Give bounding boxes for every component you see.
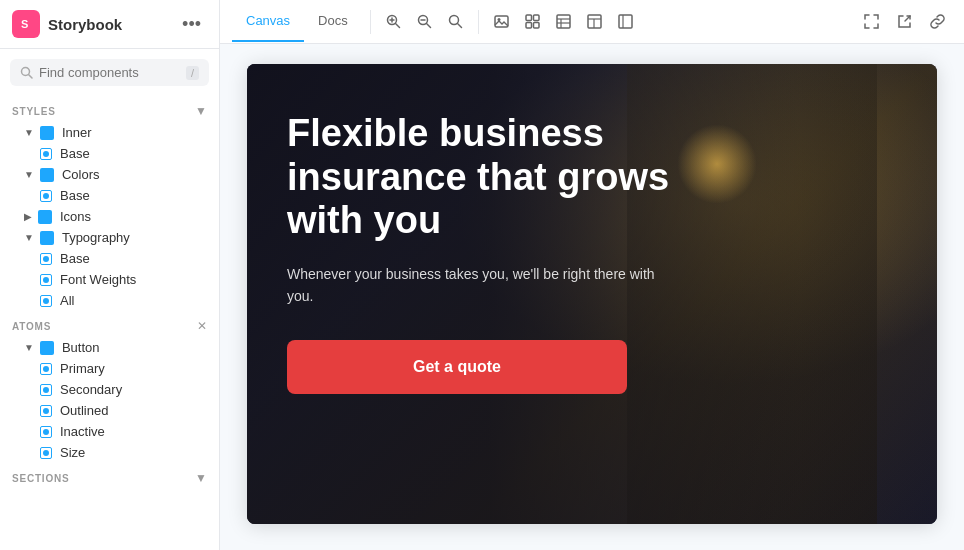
sidebar-header: S Storybook ••• <box>0 0 219 49</box>
image-icon <box>494 14 509 29</box>
preview-content: Flexible business insurance that grows w… <box>247 64 937 442</box>
sidebar-item-inner[interactable]: ▼ Inner <box>4 122 215 143</box>
grid-view-button[interactable] <box>518 9 547 34</box>
sidebar: S Storybook ••• / STYLES ▼ ▼ Inner Base … <box>0 0 220 550</box>
sidebar-item-button[interactable]: ▼ Button <box>4 337 215 358</box>
atoms-section-title: ATOMS <box>12 321 51 332</box>
component-icon <box>40 295 52 307</box>
layout-icon <box>587 14 602 29</box>
styles-toggle-icon: ▼ <box>195 104 207 118</box>
toolbar-divider-1 <box>370 10 371 34</box>
sidebar-item-icons[interactable]: ▶ Icons <box>4 206 215 227</box>
svg-line-9 <box>426 24 430 28</box>
book-icon <box>40 126 54 140</box>
svg-line-3 <box>29 75 33 79</box>
external-link-button[interactable] <box>890 9 919 34</box>
canvas-area: Flexible business insurance that grows w… <box>220 44 964 550</box>
svg-rect-13 <box>495 16 508 27</box>
component-icon <box>40 426 52 438</box>
sidebar-item-typography-base[interactable]: Base <box>4 248 215 269</box>
preview-headline: Flexible business insurance that grows w… <box>287 112 687 243</box>
sidebar-item-colors-base[interactable]: Base <box>4 185 215 206</box>
styles-section-header[interactable]: STYLES ▼ <box>0 96 219 122</box>
view-controls <box>487 9 640 34</box>
expand-view-button[interactable] <box>611 9 640 34</box>
sidebar-item-label: Secondary <box>60 382 122 397</box>
fullscreen-button[interactable] <box>857 9 886 34</box>
svg-rect-19 <box>557 15 570 28</box>
atoms-section-header[interactable]: ATOMS ✕ <box>0 311 219 337</box>
table-view-button[interactable] <box>549 9 578 34</box>
sidebar-item-label: Base <box>60 146 90 161</box>
external-link-icon <box>897 14 912 29</box>
atoms-toggle-icon: ✕ <box>197 319 207 333</box>
zoom-reset-button[interactable] <box>441 9 470 34</box>
zoom-in-icon <box>386 14 401 29</box>
sections-section-header[interactable]: SECTIONS ▼ <box>0 463 219 489</box>
grid-icon <box>525 14 540 29</box>
sidebar-item-label: Typography <box>62 230 130 245</box>
zoom-out-button[interactable] <box>410 9 439 34</box>
component-icon <box>40 190 52 202</box>
svg-text:S: S <box>21 18 28 30</box>
svg-rect-17 <box>526 23 532 29</box>
toolbar-right <box>857 9 952 34</box>
search-bar: / <box>10 59 209 86</box>
book-icon <box>40 231 54 245</box>
search-input[interactable] <box>39 65 180 80</box>
sidebar-item-all[interactable]: All <box>4 290 215 311</box>
cta-button[interactable]: Get a quote <box>287 340 627 394</box>
sidebar-item-label: Icons <box>60 209 91 224</box>
zoom-in-button[interactable] <box>379 9 408 34</box>
tab-canvas[interactable]: Canvas <box>232 1 304 42</box>
image-view-button[interactable] <box>487 9 516 34</box>
component-icon <box>40 253 52 265</box>
book-icon <box>40 341 54 355</box>
app-name: Storybook <box>48 16 122 33</box>
sidebar-item-font-weights[interactable]: Font Weights <box>4 269 215 290</box>
sidebar-item-inactive[interactable]: Inactive <box>4 421 215 442</box>
zoom-reset-icon <box>448 14 463 29</box>
sidebar-item-colors[interactable]: ▼ Colors <box>4 164 215 185</box>
sidebar-item-label: Base <box>60 251 90 266</box>
table-icon <box>556 14 571 29</box>
component-icon <box>40 274 52 286</box>
component-icon <box>40 384 52 396</box>
sidebar-item-label: Outlined <box>60 403 108 418</box>
fullscreen-icon <box>864 14 879 29</box>
component-icon <box>40 148 52 160</box>
search-shortcut: / <box>186 66 199 80</box>
link-icon <box>930 14 945 29</box>
arrow-icon: ▼ <box>24 127 34 138</box>
svg-rect-26 <box>619 15 632 28</box>
sidebar-item-secondary[interactable]: Secondary <box>4 379 215 400</box>
sidebar-item-primary[interactable]: Primary <box>4 358 215 379</box>
sidebar-item-label: Base <box>60 188 90 203</box>
sidebar-item-inner-base[interactable]: Base <box>4 143 215 164</box>
search-icon <box>20 66 33 79</box>
sections-section-title: SECTIONS <box>12 473 70 484</box>
toolbar-divider-2 <box>478 10 479 34</box>
sections-toggle-icon: ▼ <box>195 471 207 485</box>
layout-view-button[interactable] <box>580 9 609 34</box>
zoom-controls <box>379 9 470 34</box>
expand-icon <box>618 14 633 29</box>
book-icon <box>40 168 54 182</box>
sidebar-menu-button[interactable]: ••• <box>176 12 207 37</box>
sidebar-item-label: All <box>60 293 74 308</box>
sidebar-item-label: Inner <box>62 125 92 140</box>
arrow-icon: ▼ <box>24 342 34 353</box>
sidebar-item-outlined[interactable]: Outlined <box>4 400 215 421</box>
copy-link-button[interactable] <box>923 9 952 34</box>
sidebar-item-typography[interactable]: ▼ Typography <box>4 227 215 248</box>
svg-rect-15 <box>526 15 532 21</box>
sidebar-logo: S Storybook <box>12 10 122 38</box>
tab-docs[interactable]: Docs <box>304 1 362 42</box>
component-icon <box>40 447 52 459</box>
sidebar-item-size[interactable]: Size <box>4 442 215 463</box>
styles-section-title: STYLES <box>12 106 56 117</box>
sidebar-item-label: Font Weights <box>60 272 136 287</box>
preview-subtext: Whenever your business takes you, we'll … <box>287 263 657 308</box>
svg-line-12 <box>457 24 461 28</box>
preview-card: Flexible business insurance that grows w… <box>247 64 937 524</box>
